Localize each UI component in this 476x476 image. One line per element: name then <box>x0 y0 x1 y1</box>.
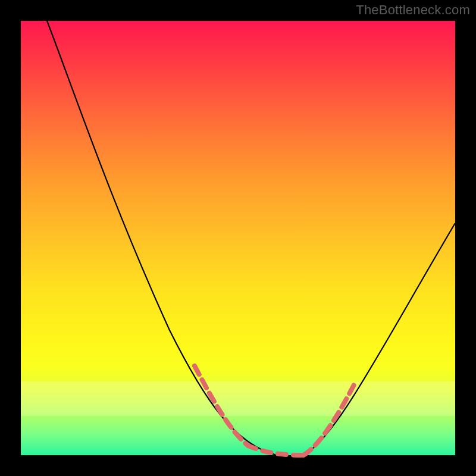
dash-bottom <box>248 446 303 455</box>
dash-left <box>195 366 248 446</box>
watermark-text: TheBottleneck.com <box>356 2 470 18</box>
right-curve <box>303 223 455 455</box>
chart-frame: TheBottleneck.com <box>0 0 476 476</box>
dash-right <box>303 383 355 455</box>
curve-layer <box>21 21 455 455</box>
left-curve <box>47 21 277 455</box>
